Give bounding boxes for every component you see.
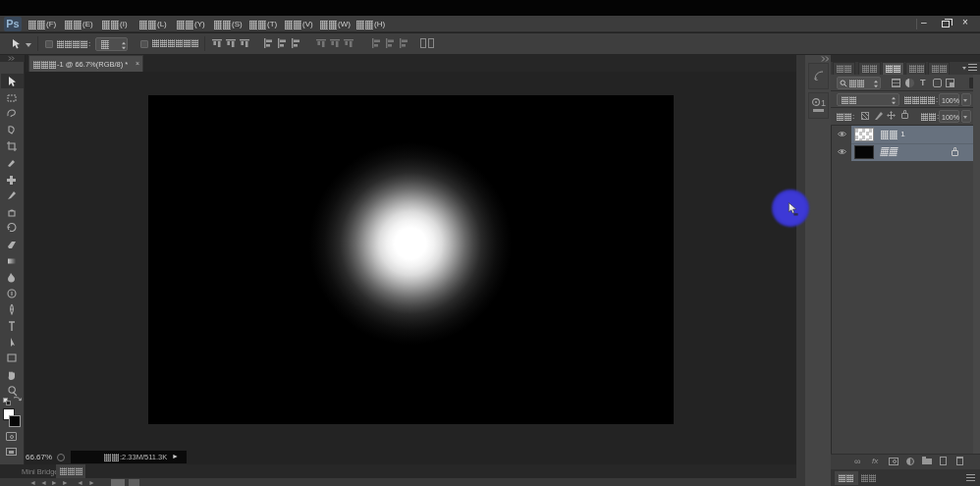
svg-text:1: 1 xyxy=(821,98,826,108)
